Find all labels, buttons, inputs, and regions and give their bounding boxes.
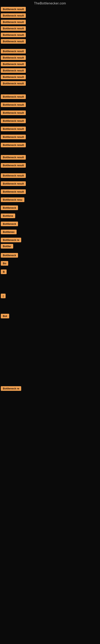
bottleneck-badge-row: Bottlene bbox=[1, 214, 15, 219]
bottleneck-badge: Bottleneck result bbox=[1, 155, 26, 160]
bottleneck-badge-row: Bottleneck result bbox=[1, 173, 26, 179]
bottleneck-badge: Bottleneck result bbox=[1, 181, 26, 186]
bottleneck-badge: Bottleneck result bbox=[1, 75, 26, 79]
bottleneck-badge: Bottleneck result bbox=[1, 55, 26, 60]
bottleneck-badge: Bottlenec bbox=[1, 230, 17, 234]
bottleneck-badge-row: Bottleneck resu bbox=[1, 198, 24, 203]
bottleneck-badge: B bbox=[1, 270, 7, 274]
bottleneck-badge-row: Bottleneck re bbox=[1, 386, 21, 392]
bottleneck-badge-row: Bottleneck result bbox=[1, 55, 26, 61]
bottleneck-badge-row: Bottleneck result bbox=[1, 20, 26, 25]
bottleneck-badge-row: Bottleneck result bbox=[1, 143, 26, 148]
bottleneck-badge: Bottleneck result bbox=[1, 173, 26, 178]
bottleneck-badge-row: Bottlenec bbox=[1, 230, 17, 235]
bottleneck-badge: Bottleneck result bbox=[1, 39, 26, 44]
bottleneck-badge-row: Bottleneck result bbox=[1, 81, 26, 86]
bottleneck-badge-row: Bottleneck result bbox=[1, 118, 26, 124]
bottleneck-badge-row: Bottleneck result bbox=[1, 94, 26, 100]
bottleneck-badge-row: Bottleneck result bbox=[1, 75, 26, 80]
bottleneck-badge-row: Bottleneck result bbox=[1, 163, 26, 168]
bottleneck-badge-row: Bottleneck result bbox=[1, 110, 26, 116]
bottleneck-badge: Bottleneck re bbox=[1, 238, 21, 242]
bottleneck-badge-row: Bottleneck result bbox=[1, 102, 26, 108]
bottleneck-badge: Bo bbox=[1, 261, 8, 266]
bottleneck-badge: | bbox=[1, 294, 6, 298]
bottleneck-badge: Bottler bbox=[1, 244, 13, 248]
bottleneck-badge: Bottleneck result bbox=[1, 118, 26, 123]
bottleneck-badge-row: Bot bbox=[1, 314, 9, 319]
bottleneck-badge: Bottleneck result bbox=[1, 163, 26, 168]
bottleneck-badge-row: Bottleneck result bbox=[1, 26, 26, 32]
bottleneck-badge-row: Bo bbox=[1, 261, 8, 266]
bottleneck-badge-row: Bottleneck result bbox=[1, 13, 26, 19]
bottleneck-badge: Bottleneck result bbox=[1, 143, 26, 147]
bottleneck-badge-row: Bottleneck re bbox=[1, 238, 21, 243]
bottleneck-badge: Bottlene bbox=[1, 214, 15, 218]
bottleneck-badge: Bottleneck result bbox=[1, 81, 26, 86]
bottleneck-badge: Bot bbox=[1, 314, 9, 318]
bottleneck-badge: Bottleneck result bbox=[1, 49, 26, 54]
bottleneck-badge: Bottleneck result bbox=[1, 126, 26, 131]
bottleneck-badge-row: | bbox=[1, 294, 6, 299]
bottleneck-badge: Bottleneck result bbox=[1, 94, 26, 99]
bottleneck-badge: Bottleneck result bbox=[1, 68, 26, 73]
bottleneck-badge: Bottleneck result bbox=[1, 7, 26, 12]
bottleneck-badge: Bottleneck bbox=[1, 206, 18, 210]
bottleneck-badge: Bottleneck result bbox=[1, 190, 26, 194]
bottleneck-badge-row: Bottleneck result bbox=[1, 49, 26, 54]
bottleneck-badge-row: B bbox=[1, 270, 7, 275]
bottleneck-badge-row: Bottleneck result bbox=[1, 32, 26, 38]
bottleneck-badge-row: Bottleneck bbox=[1, 222, 18, 227]
bottleneck-badge-row: Bottleneck bbox=[1, 253, 18, 258]
bottleneck-badge-row: Bottleneck result bbox=[1, 135, 26, 140]
bottleneck-badge-row: Bottleneck result bbox=[1, 39, 26, 44]
bottleneck-badge-row: Bottler bbox=[1, 244, 13, 249]
bottleneck-badge: Bottleneck resu bbox=[1, 198, 24, 202]
bottleneck-badge: Bottleneck result bbox=[1, 32, 26, 37]
bottleneck-badge: Bottleneck result bbox=[1, 20, 26, 24]
bottleneck-badge-row: Bottleneck result bbox=[1, 68, 26, 74]
bottleneck-badge: Bottleneck bbox=[1, 222, 18, 226]
bottleneck-badge: Bottleneck result bbox=[1, 26, 26, 31]
bottleneck-badge: Bottleneck result bbox=[1, 102, 26, 107]
bottleneck-badge-row: Bottleneck result bbox=[1, 181, 26, 187]
bottleneck-badge: Bottleneck result bbox=[1, 110, 26, 115]
bottleneck-badge: Bottleneck result bbox=[1, 62, 26, 66]
bottleneck-badge-row: Bottleneck result bbox=[1, 155, 26, 160]
bottleneck-badge-row: Bottleneck bbox=[1, 206, 18, 211]
bottleneck-badge: Bottleneck bbox=[1, 253, 18, 258]
bottleneck-badge-row: Bottleneck result bbox=[1, 62, 26, 67]
bottleneck-badge: Bottleneck re bbox=[1, 386, 21, 391]
bottleneck-badge-row: Bottleneck result bbox=[1, 126, 26, 132]
site-title: TheBottlenecker.com bbox=[0, 0, 100, 7]
bottleneck-badge: Bottleneck result bbox=[1, 135, 26, 139]
bottleneck-badge: Bottleneck result bbox=[1, 13, 26, 18]
bottleneck-badge-row: Bottleneck result bbox=[1, 7, 26, 12]
bottleneck-badge-row: Bottleneck result bbox=[1, 190, 26, 195]
